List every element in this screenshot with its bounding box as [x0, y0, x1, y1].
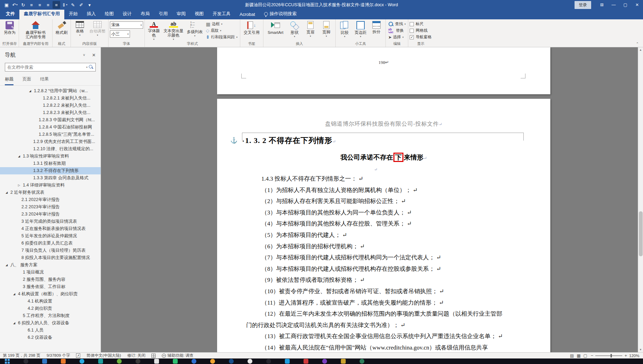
nav-heading-item[interactable]: 4.2 岗位职责	[0, 305, 101, 312]
format-painter-button[interactable]: 格式刷	[54, 20, 69, 41]
document-page-prev[interactable]: 198↵	[217, 47, 550, 94]
ribbon-tab[interactable]: 文件	[1, 9, 19, 19]
taskbar-app-icon[interactable]	[341, 359, 346, 364]
format-painter-icon[interactable]: ✐▾	[77, 1, 85, 9]
table-button[interactable]: 表格▾	[72, 20, 87, 41]
nav-heading-item[interactable]: 5 近年发生的诉讼及仲裁情况	[0, 232, 101, 240]
nav-heading-item[interactable]: ◢6 拟投入的人员、仪器设备	[0, 319, 101, 327]
nav-heading-item[interactable]: ◢4 机构设置（框图）、岗位职责	[0, 290, 101, 298]
ribbon-tab[interactable]: 视图	[190, 9, 208, 19]
footer-button[interactable]: 页脚▾	[319, 20, 334, 41]
header-button[interactable]: 页眉▾	[303, 20, 318, 41]
zoom-in-icon[interactable]: +	[624, 353, 627, 358]
font-color-button[interactable]: A 字体颜 色▾	[146, 20, 161, 41]
nav-heading-item[interactable]: 1.2.8.4 中国石油招标投标网	[0, 124, 101, 131]
ruler-checkbox[interactable]: 标尺	[410, 21, 431, 27]
ribbon-display-options-icon[interactable]: ⊞	[596, 0, 608, 10]
page-indicator[interactable]: 第 199 页，共 298 页	[3, 353, 40, 358]
nav-heading-item[interactable]: 7 项目负责人（项目经理）简历表	[0, 247, 101, 254]
vertical-scrollbar[interactable]: ▲ ▼	[638, 47, 643, 352]
undo-icon[interactable]: ↶▾	[11, 1, 19, 9]
expander-icon[interactable]: ◢	[18, 153, 23, 160]
cross-reference-button[interactable]: 交叉引用	[242, 20, 262, 41]
nav-heading-item[interactable]: 3 近年完成的类似项目情况表	[0, 218, 101, 225]
align-center-icon[interactable]: ≡▾	[36, 1, 44, 9]
expander-icon[interactable]: ◢	[29, 87, 34, 95]
nav-heading-item[interactable]: 6 拟委任的主要人员汇总表	[0, 240, 101, 247]
expander-icon[interactable]: ◢	[13, 319, 18, 327]
nav-heading-item[interactable]: ◢2 近年财务状况表	[0, 189, 101, 196]
word-count[interactable]: 9/37809 个字	[47, 353, 70, 358]
nav-search-box[interactable]: ▾	[5, 63, 96, 71]
restore-icon[interactable]: ▢	[619, 0, 631, 10]
scroll-up-icon[interactable]: ▲	[638, 47, 643, 52]
justify-icon[interactable]: ≡▾	[53, 1, 60, 9]
expander-icon[interactable]: ◢	[6, 189, 10, 196]
nav-heading-item[interactable]: 1.2.8.2.1 未被列入失信...	[0, 95, 101, 102]
align-left-icon[interactable]: ≡▾	[28, 1, 35, 9]
taskbar-app-icon[interactable]	[80, 359, 84, 364]
nav-heading-item[interactable]: 2.3 2024年审计报告	[0, 211, 101, 218]
expander-icon[interactable]: ◢	[13, 290, 18, 298]
nav-tab[interactable]: 页面	[22, 75, 31, 85]
save-icon[interactable]: ▣▾	[3, 1, 10, 9]
internal-tool-button[interactable]: 鑫晟宇标书 汇内部专用	[20, 20, 51, 41]
taskbar-app-icon[interactable]	[322, 359, 327, 364]
save-as-button[interactable]: 另存为	[2, 20, 17, 41]
language-indicator[interactable]: 简体中文(中国大陆)	[86, 353, 121, 358]
taskbar-app-icon[interactable]	[173, 359, 178, 364]
autofit-button[interactable]: 自动调整▾	[88, 20, 107, 41]
nav-close-icon[interactable]: ✕	[92, 52, 96, 58]
font-size-combobox[interactable]: 小三▾	[110, 30, 130, 38]
web-layout-icon[interactable]: ▢	[583, 353, 587, 358]
margins-button[interactable]: 页边距▾	[353, 20, 368, 41]
ribbon-tab[interactable]: 布局	[136, 9, 154, 19]
expander-icon[interactable]: ▷	[18, 182, 23, 189]
zoom-out-icon[interactable]: −	[591, 353, 594, 358]
taskbar-app-icon[interactable]	[117, 359, 122, 364]
ribbon-tab[interactable]: 开发工具	[208, 9, 235, 19]
ribbon-tab[interactable]: 审阅	[172, 9, 190, 19]
nav-heading-item[interactable]: 1.2.8.2.3 未被列入失信...	[0, 109, 101, 116]
taskbar-app-icon[interactable]	[285, 359, 290, 364]
nav-heading-item[interactable]: 6.2 仪器设备	[0, 334, 101, 341]
ribbon-tab[interactable]: 设计	[118, 9, 136, 19]
body-text[interactable]: 1.4.3 投标人不得存在下列情形之一： ↵（1）为招标人不具有独立法人资格的附…	[246, 173, 527, 352]
gridlines-checkbox[interactable]: 网格线	[410, 27, 431, 34]
nav-heading-item[interactable]: 1.2.10 法律、行政法规规定的...	[0, 145, 101, 153]
taskbar-app-icon[interactable]	[192, 359, 196, 364]
align-right-icon[interactable]: ≡▾	[44, 1, 52, 9]
taskbar-app-icon[interactable]	[229, 359, 234, 364]
nav-heading-item[interactable]: 1.3.2 不得存在下列情形	[0, 167, 101, 174]
redo-icon[interactable]: ↻▾	[19, 1, 27, 9]
minimize-icon[interactable]: —	[608, 0, 619, 10]
nav-heading-item[interactable]: ▷1.4 详细评审响应资料	[0, 182, 101, 189]
taskbar-app-icon[interactable]	[98, 359, 103, 364]
borders-button[interactable]: ▦边框▾	[205, 21, 239, 27]
zoom-slider[interactable]	[595, 355, 622, 356]
scrollbar-thumb[interactable]	[639, 211, 643, 256]
nav-heading-item[interactable]: ◢1.2.8.2 “信用中国”网站（w...	[0, 87, 101, 95]
macro-record-icon[interactable]	[151, 354, 156, 358]
ribbon-tab[interactable]: Acrobat	[235, 10, 260, 19]
nav-heading-item[interactable]: 2.1 2022年审计报告	[0, 196, 101, 203]
login-button[interactable]: 登录	[575, 1, 591, 9]
nav-heading-item[interactable]: 5 工作程序、方法和制度	[0, 312, 101, 319]
taskbar-app-icon[interactable]	[61, 359, 66, 364]
nav-heading-item[interactable]: 1.3.3 第四章 合同条款及格式	[0, 174, 101, 182]
nav-tab[interactable]: 结果	[40, 75, 49, 85]
nav-heading-item[interactable]: ◢八、 服务方案	[0, 261, 101, 269]
scroll-down-icon[interactable]: ▼	[638, 347, 643, 352]
line-spacing-icon[interactable]: ⇕▾	[61, 1, 68, 9]
nav-heading-item[interactable]: 4 正在服务和新承接的项目情况表	[0, 225, 101, 232]
start-icon[interactable]	[5, 359, 10, 364]
nav-tab[interactable]: 标题	[5, 75, 13, 85]
taskbar-app-icon[interactable]	[136, 359, 140, 364]
proofing-error-icon[interactable]: ✗	[76, 353, 80, 358]
taskbar-app-icon[interactable]	[154, 359, 159, 364]
expander-icon[interactable]: ◢	[6, 261, 10, 269]
taskbar-app-icon[interactable]	[42, 359, 47, 364]
taskbar-app-icon[interactable]	[304, 359, 308, 364]
nav-heading-item[interactable]: 1.3.1 投标有效期	[0, 160, 101, 167]
search-dropdown-icon[interactable]: ▾	[86, 66, 87, 69]
